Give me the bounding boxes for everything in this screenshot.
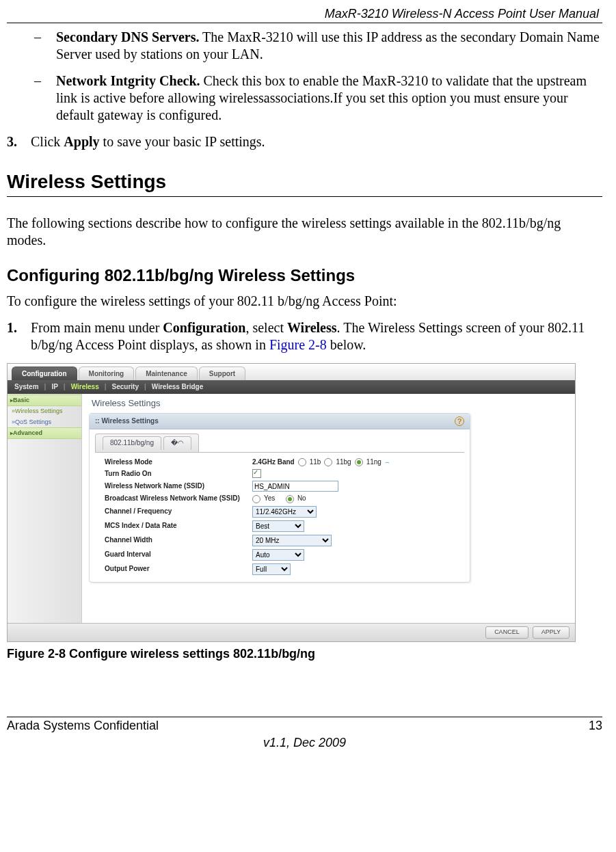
- bold-word: Wireless: [287, 320, 337, 335]
- header-rule: [7, 23, 602, 23]
- dash-icon: –: [34, 29, 56, 63]
- label-mcs: MCS Index / Data Rate: [105, 522, 252, 531]
- step-number: 3.: [7, 133, 31, 150]
- step-text: below.: [327, 337, 366, 352]
- step-text: From main menu under: [31, 320, 163, 335]
- sidebar: Basic Wireless Settings QoS Settings Adv…: [8, 394, 82, 623]
- footer-rule: [7, 717, 602, 717]
- select-channel[interactable]: 11/2.462GHz: [252, 506, 317, 518]
- sidebar-wireless-settings[interactable]: Wireless Settings: [8, 406, 81, 416]
- bullet-label: Network Intgrity Check.: [56, 73, 200, 88]
- tab-configuration[interactable]: Configuration: [12, 367, 77, 381]
- label-wireless-mode: Wireless Mode: [105, 458, 252, 467]
- footer-version: v1.1, Dec 2009: [7, 736, 602, 750]
- apply-word: Apply: [64, 134, 99, 149]
- step-number: 1.: [7, 319, 31, 354]
- section-rule: [7, 196, 602, 197]
- tab-maintenance[interactable]: Maintenance: [135, 367, 198, 381]
- footer-confidential: Arada Systems Confidential: [7, 719, 159, 733]
- cancel-button[interactable]: CANCEL: [485, 626, 528, 638]
- label-output-power: Output Power: [105, 565, 252, 574]
- panel-title: Wireless Settings: [92, 398, 568, 409]
- label-channel: Channel / Frequency: [105, 507, 252, 516]
- band-label: 2.4GHz Band: [252, 458, 295, 467]
- radio-11bg-label: 11bg: [336, 458, 351, 467]
- submenu-wireless-bridge[interactable]: Wireless Bridge: [152, 383, 204, 392]
- figure-link[interactable]: Figure 2-8: [269, 337, 327, 352]
- radio-11b[interactable]: [298, 458, 306, 466]
- dash-icon: –: [34, 72, 56, 124]
- step-text: Click: [31, 134, 64, 149]
- sidebar-advanced[interactable]: Advanced: [8, 427, 81, 439]
- radio-11ng-label: 11ng: [366, 458, 381, 467]
- label-guard-interval: Guard Interval: [105, 550, 252, 559]
- subsection-heading: Configuring 802.11b/bg/ng Wireless Setti…: [7, 265, 602, 286]
- step-text: , select: [245, 320, 287, 335]
- step-text: to save your basic IP settings.: [100, 134, 265, 149]
- doc-header-title: MaxR-3210 Wireless-N Access Point User M…: [7, 7, 602, 21]
- sidebar-qos-settings[interactable]: QoS Settings: [8, 417, 81, 427]
- radio-11b-label: 11b: [310, 458, 321, 467]
- radio-broadcast-yes[interactable]: [252, 495, 260, 503]
- step-1: 1. From main menu under Configuration, s…: [7, 319, 602, 354]
- label-turn-radio-on: Turn Radio On: [105, 470, 252, 479]
- action-bar: CANCEL APPLY: [8, 623, 575, 641]
- radio-broadcast-no[interactable]: [286, 495, 294, 503]
- figure-caption: Figure 2-8 Configure wireless settings 8…: [7, 646, 602, 662]
- sub-menu: System| IP| Wireless| Security| Wireless…: [8, 380, 575, 394]
- sidebar-basic[interactable]: Basic: [8, 395, 81, 406]
- apply-button[interactable]: APPLY: [533, 626, 570, 638]
- submenu-wireless[interactable]: Wireless: [71, 383, 99, 392]
- submenu-security[interactable]: Security: [112, 383, 139, 392]
- inner-tab-80211[interactable]: 802.11b/bg/ng�◠: [95, 434, 199, 452]
- bullet-label: Secondary DNS Servers.: [56, 29, 199, 44]
- main-tab-row: Configuration Monitoring Maintenance Sup…: [8, 364, 575, 380]
- radio-11bg[interactable]: [324, 458, 332, 466]
- label-ssid: Wireless Network Name (SSID): [105, 482, 252, 491]
- wifi-icon: ⌢: [385, 458, 390, 467]
- intro-paragraph: The following sections describe how to c…: [7, 215, 602, 249]
- submenu-ip[interactable]: IP: [51, 383, 57, 392]
- footer-page-number: 13: [589, 719, 602, 733]
- input-ssid[interactable]: [252, 481, 338, 492]
- label-yes: Yes: [264, 494, 275, 503]
- label-broadcast-ssid: Broadcast Wireless Network Name (SSID): [105, 494, 252, 503]
- label-channel-width: Channel Width: [105, 536, 252, 545]
- submenu-system[interactable]: System: [14, 383, 39, 392]
- bullet-secondary-dns: – Secondary DNS Servers. The MaxR-3210 w…: [34, 29, 602, 63]
- radio-11ng[interactable]: [355, 458, 363, 466]
- select-mcs[interactable]: Best: [252, 520, 304, 532]
- bold-word: Configuration: [163, 320, 245, 335]
- settings-card: :: Wireless Settings ? 802.11b/bg/ng�◠ W…: [89, 413, 470, 583]
- select-channel-width[interactable]: 20 MHz: [252, 535, 332, 546]
- wireless-settings-screenshot: Configuration Monitoring Maintenance Sup…: [7, 363, 576, 642]
- select-guard-interval[interactable]: Auto: [252, 549, 304, 561]
- card-title: :: Wireless Settings: [95, 417, 159, 426]
- help-icon[interactable]: ?: [455, 416, 464, 426]
- wifi-icon: �◠: [163, 436, 191, 450]
- section-heading-wireless-settings: Wireless Settings: [7, 170, 602, 194]
- tab-support[interactable]: Support: [199, 367, 245, 381]
- sub-intro: To configure the wireless settings of yo…: [7, 293, 602, 310]
- select-output-power[interactable]: Full: [252, 563, 291, 575]
- bullet-network-integrity: – Network Intgrity Check. Check this box…: [34, 72, 602, 124]
- tab-monitoring[interactable]: Monitoring: [79, 367, 135, 381]
- label-no: No: [297, 494, 306, 503]
- main-panel: Wireless Settings :: Wireless Settings ?…: [82, 394, 575, 623]
- checkbox-radio-on[interactable]: [252, 469, 261, 478]
- step-3: 3. Click Apply to save your basic IP set…: [7, 133, 602, 150]
